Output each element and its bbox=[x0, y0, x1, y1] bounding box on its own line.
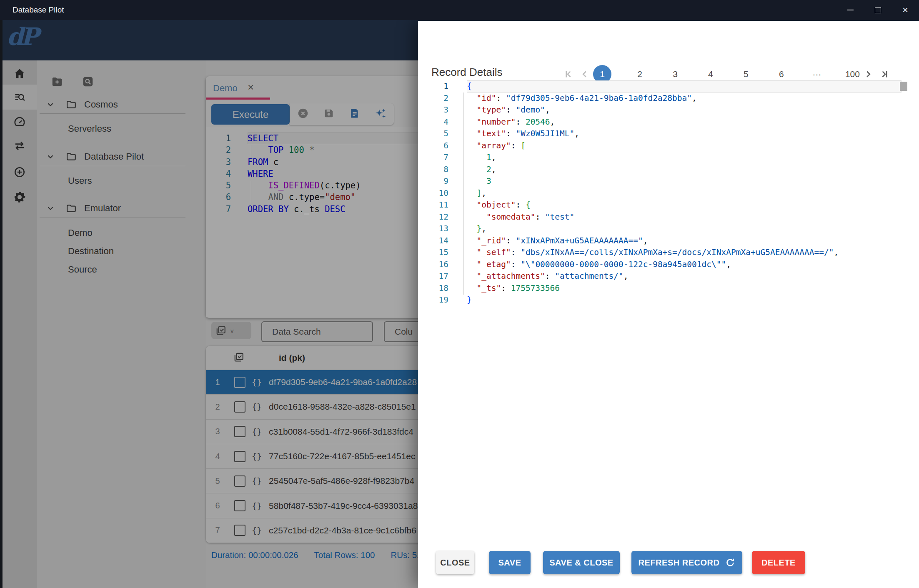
code-line: 15 "_self": "dbs/xINxAA==/colls/xINxAPmX… bbox=[418, 247, 901, 259]
record-json-editor[interactable]: 1{2 "id": "df79d305-9eb6-4a21-9ba6-1a0fd… bbox=[418, 80, 901, 306]
close-record-button[interactable]: CLOSE bbox=[436, 551, 474, 574]
close-button[interactable]: × bbox=[891, 0, 919, 20]
window-controls: × bbox=[836, 0, 919, 20]
line-number: 4 bbox=[418, 116, 454, 128]
line-number: 1 bbox=[418, 80, 454, 93]
maximize-icon bbox=[875, 7, 881, 13]
refresh-icon bbox=[725, 558, 735, 568]
line-number: 10 bbox=[418, 188, 454, 200]
first-page-icon bbox=[563, 69, 573, 80]
line-number: 18 bbox=[418, 283, 454, 295]
chevron-left-icon bbox=[579, 69, 590, 80]
line-number: 11 bbox=[418, 199, 454, 211]
minimize-button[interactable] bbox=[836, 0, 864, 20]
button-label: SAVE bbox=[498, 558, 521, 568]
maximize-button[interactable] bbox=[864, 0, 891, 20]
code-line: 6 "array": [ bbox=[418, 140, 901, 152]
delete-record-button[interactable]: DELETE bbox=[752, 551, 805, 574]
title-bar: Database Pilot × bbox=[0, 0, 919, 20]
line-number: 8 bbox=[418, 164, 454, 176]
code-line: 7 1, bbox=[418, 152, 901, 164]
button-label: SAVE & CLOSE bbox=[549, 558, 613, 568]
code-line: 1{ bbox=[418, 80, 901, 93]
line-number: 16 bbox=[418, 259, 454, 271]
record-details-modal: Record Details 123456···100 1{2 "id": "d… bbox=[418, 21, 919, 588]
line-number: 15 bbox=[418, 247, 454, 259]
code-line: 19} bbox=[418, 294, 901, 306]
line-number: 5 bbox=[418, 128, 454, 140]
code-line: 10 ], bbox=[418, 188, 901, 200]
window-title: Database Pilot bbox=[13, 5, 64, 15]
code-line: 18 "_ts": 1755733566 bbox=[418, 283, 901, 295]
line-number: 12 bbox=[418, 211, 454, 223]
code-line: 4 "number": 20546, bbox=[418, 116, 901, 128]
save-button[interactable]: SAVE bbox=[489, 551, 531, 574]
code-line: 11 "object": { bbox=[418, 199, 901, 211]
code-line: 13 }, bbox=[418, 223, 901, 235]
line-number: 3 bbox=[418, 104, 454, 116]
line-number: 7 bbox=[418, 152, 454, 164]
code-line: 14 "_rid": "xINxAPmXa+uG5AEAAAAAAA==", bbox=[418, 235, 901, 247]
previous-page-button[interactable] bbox=[576, 66, 593, 83]
last-page-button[interactable] bbox=[876, 66, 893, 83]
line-number: 2 bbox=[418, 93, 454, 105]
button-label: DELETE bbox=[761, 558, 796, 568]
code-line: 16 "_etag": "\"00000000-0000-0000-122c-9… bbox=[418, 259, 901, 271]
code-line: 9 3 bbox=[418, 175, 901, 188]
line-number: 14 bbox=[418, 235, 454, 247]
button-label: REFRESH RECORD bbox=[639, 558, 720, 568]
line-number: 13 bbox=[418, 223, 454, 235]
chevron-right-icon bbox=[863, 69, 874, 80]
editor-scrollbar-thumb[interactable] bbox=[900, 82, 907, 91]
first-page-button[interactable] bbox=[560, 66, 576, 83]
next-page-button[interactable] bbox=[860, 66, 876, 83]
indent-guide bbox=[463, 93, 464, 295]
save-and-close-button[interactable]: SAVE & CLOSE bbox=[543, 551, 620, 574]
line-number: 6 bbox=[418, 140, 454, 152]
app-window: Database Pilot × dP bbox=[0, 0, 919, 588]
modal-title: Record Details bbox=[431, 66, 503, 79]
minimize-icon bbox=[847, 10, 854, 10]
last-page-icon bbox=[879, 69, 890, 80]
line-number: 19 bbox=[418, 294, 454, 306]
close-icon: × bbox=[902, 5, 908, 15]
code-line: 2 "id": "df79d305-9eb6-4a21-9ba6-1a0fd2a… bbox=[418, 93, 901, 105]
refresh-record-button[interactable]: REFRESH RECORD bbox=[631, 551, 742, 574]
code-line: 3 "type": "demo", bbox=[418, 104, 901, 116]
line-number: 9 bbox=[418, 175, 454, 188]
code-line: 8 2, bbox=[418, 164, 901, 176]
button-label: CLOSE bbox=[440, 558, 470, 568]
code-line: 5 "text": "Wz0W5JI1ML", bbox=[418, 128, 901, 140]
line-number: 17 bbox=[418, 270, 454, 283]
code-line: 17 "_attachments": "attachments/", bbox=[418, 270, 901, 283]
code-line: 12 "somedata": "test" bbox=[418, 211, 901, 223]
